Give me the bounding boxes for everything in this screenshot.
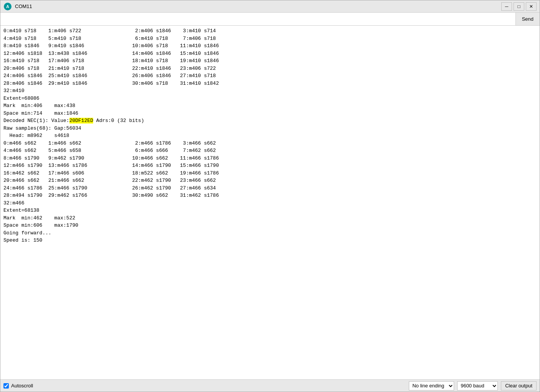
- output-line: 32:m466: [3, 199, 537, 207]
- line-ending-dropdown[interactable]: No line endingNewlineCarriage returnBoth…: [409, 381, 454, 390]
- output-line: Head: m8962 s4618: [3, 132, 537, 140]
- output-line: 8:m410 s1846 9:m410 s1846 10:m406 s718 1…: [3, 42, 537, 50]
- autoscroll-label[interactable]: Autoscroll: [11, 383, 33, 389]
- output-line: Speed is: 150: [3, 237, 537, 244]
- output-line: 24:m466 s1786 25:m466 s1790 26:m462 s179…: [3, 184, 537, 192]
- output-line: Mark min:462 max:522: [3, 214, 537, 222]
- window-title: COM11: [15, 3, 32, 9]
- status-bar-left: Autoscroll: [3, 383, 33, 389]
- output-line: 24:m406 s1846 25:m410 s1846 26:m406 s184…: [3, 72, 537, 80]
- output-line: 12:m406 s1818 13:m438 s1846 14:m406 s184…: [3, 50, 537, 58]
- title-bar: A COM11 ─ □ ✕: [0, 0, 540, 13]
- serial-input[interactable]: [0, 13, 515, 25]
- output-line: 4:m466 s662 5:m466 s658 6:m466 s666 7:m4…: [3, 147, 537, 155]
- serial-output[interactable]: 0:m410 s718 1:m406 s722 2:m406 s1846 3:m…: [0, 26, 540, 379]
- output-line: 0:m410 s718 1:m406 s722 2:m406 s1846 3:m…: [3, 27, 537, 35]
- output-line: Space min:606 max:1790: [3, 222, 537, 229]
- send-button[interactable]: Send: [515, 13, 540, 25]
- minimize-button[interactable]: ─: [501, 2, 512, 11]
- arduino-logo-icon: A: [3, 2, 12, 11]
- output-line: 12:m466 s1790 13:m466 s1786 14:m466 s179…: [3, 162, 537, 170]
- output-line: 0:m466 s662 1:m466 s662 2:m466 s1786 3:m…: [3, 140, 537, 147]
- clear-output-button[interactable]: Clear output: [501, 381, 537, 390]
- output-line: 16:m410 s718 17:m406 s718 18:m410 s718 1…: [3, 57, 537, 65]
- title-bar-controls: ─ □ ✕: [501, 2, 537, 11]
- output-line: 32:m410: [3, 87, 537, 95]
- close-button[interactable]: ✕: [526, 2, 537, 11]
- highlighted-value: 20DF12ED: [69, 118, 93, 124]
- output-line: Going forward...: [3, 229, 537, 237]
- svg-text:A: A: [6, 4, 9, 9]
- output-line: Space min:714 max:1846: [3, 110, 537, 117]
- output-line: Extent=68138: [3, 207, 537, 214]
- output-line: 16:m462 s662 17:m466 s606 18:m522 s662 1…: [3, 170, 537, 177]
- output-line: 8:m466 s1790 9:m462 s1790 10:m466 s662 1…: [3, 155, 537, 162]
- output-line: Decoded NEC(1): Value:20DF12ED Adrs:0 (3…: [3, 117, 537, 125]
- main-window: A COM11 ─ □ ✕ Send 0:m410 s718 1:m406 s7…: [0, 0, 540, 392]
- maximize-button[interactable]: □: [514, 2, 524, 11]
- output-line: Extent=68086: [3, 95, 537, 102]
- output-line: Mark min:406 max:438: [3, 102, 537, 110]
- output-line: 4:m410 s718 5:m410 s718 6:m410 s718 7:m4…: [3, 35, 537, 43]
- output-line: 28:m494 s1790 29:m462 s1766 30:m490 s662…: [3, 192, 537, 199]
- output-line: 28:m406 s1846 29:m410 s1846 30:m406 s718…: [3, 80, 537, 87]
- output-line: Raw samples(68): Gap:56034: [3, 125, 537, 132]
- output-line: 20:m466 s662 21:m466 s662 22:m462 s1790 …: [3, 177, 537, 184]
- input-bar: Send: [0, 13, 540, 26]
- status-bar: Autoscroll No line endingNewlineCarriage…: [0, 379, 540, 392]
- baud-rate-dropdown[interactable]: 300 baud1200 baud2400 baud4800 baud9600 …: [457, 381, 498, 390]
- autoscroll-checkbox[interactable]: [3, 383, 9, 389]
- title-bar-left: A COM11: [3, 2, 32, 11]
- status-bar-right: No line endingNewlineCarriage returnBoth…: [409, 381, 537, 390]
- output-line: 20:m406 s718 21:m410 s718 22:m410 s1846 …: [3, 65, 537, 72]
